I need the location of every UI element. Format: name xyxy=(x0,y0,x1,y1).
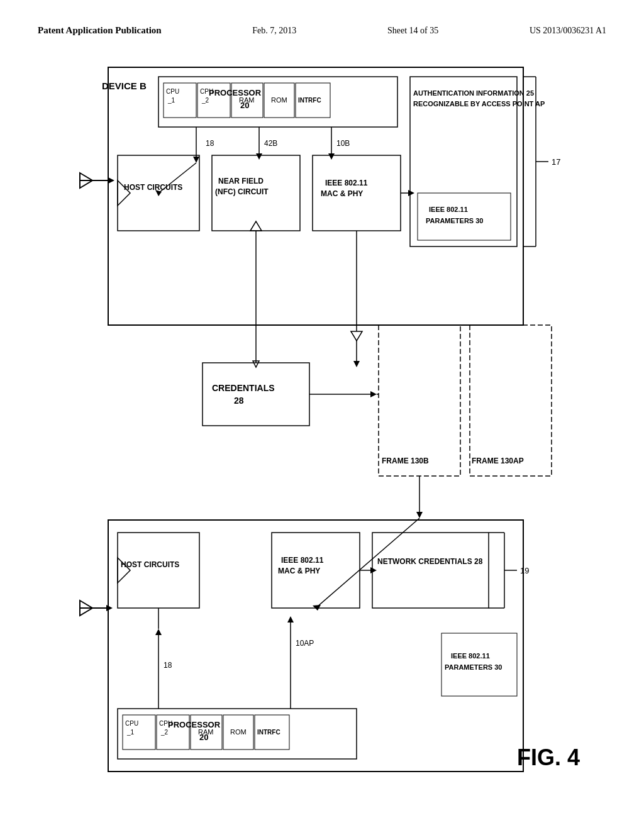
ieee-b-2: MAC & PHY xyxy=(321,189,363,198)
date-label: Feb. 7, 2013 xyxy=(252,26,296,36)
cpu1-hub: CPU xyxy=(125,720,138,727)
svg-rect-41 xyxy=(470,325,552,476)
svg-marker-39 xyxy=(353,361,360,367)
page-header: Patent Application Publication Feb. 7, 2… xyxy=(38,25,606,36)
cpu1-hub-num: _1 xyxy=(126,729,135,736)
publication-label: Patent Application Publication xyxy=(38,25,162,36)
svg-marker-37 xyxy=(351,331,362,341)
intrfc-hub: INTRFC xyxy=(257,729,280,736)
svg-marker-35 xyxy=(370,391,377,397)
ref-10b: 10B xyxy=(336,139,350,148)
svg-marker-44 xyxy=(416,512,423,518)
cpu2-b-num: _2 xyxy=(201,97,209,104)
ram-b: RAM xyxy=(239,96,254,104)
cpu2-hub-num: _2 xyxy=(160,729,169,736)
ref-42b: 42B xyxy=(264,139,277,148)
ref-18-hub: 18 xyxy=(164,661,172,670)
svg-marker-18 xyxy=(256,153,262,160)
ieee-hub-1: IEEE 802.11 xyxy=(281,556,324,565)
svg-marker-67 xyxy=(370,567,377,573)
ref-10ap: 10AP xyxy=(296,639,314,648)
figure-4-svg: DEVICE B PROCESSOR 20 CPU _1 CPU _2 RAM xyxy=(45,55,599,784)
credentials-label: CREDENTIALS xyxy=(212,383,275,393)
intrfc-b: INTRFC xyxy=(298,97,321,104)
auth-info1: AUTHENTICATION INFORMATION 25 xyxy=(413,89,534,97)
cpu1-b: CPU xyxy=(166,88,179,95)
cpu2-b: CPU xyxy=(200,88,213,95)
nfc-label2-b: (NFC) CIRCUIT xyxy=(215,187,269,196)
credentials-num: 28 xyxy=(234,396,244,406)
frame-130ap: FRAME 130AP xyxy=(472,456,524,465)
sheet-label: Sheet 14 of 35 xyxy=(387,26,438,36)
ieee-params-top-1: IEEE 802.11 xyxy=(429,206,468,213)
svg-rect-30 xyxy=(203,363,309,426)
cpu2-hub: CPU xyxy=(159,720,172,727)
cpu1-b-num: _1 xyxy=(167,97,175,104)
diagram-container: DEVICE B PROCESSOR 20 CPU _1 CPU _2 RAM xyxy=(45,55,599,784)
svg-rect-40 xyxy=(379,325,460,476)
rom-b: ROM xyxy=(271,96,287,104)
host-circuits-hub: HOST CIRCUITS xyxy=(121,560,179,569)
ref-19: 19 xyxy=(520,566,529,575)
rom-hub: ROM xyxy=(230,728,247,736)
svg-marker-47 xyxy=(106,605,113,611)
svg-marker-13 xyxy=(193,157,199,163)
page: Patent Application Publication Feb. 7, 2… xyxy=(0,0,644,830)
ieee-b-1: IEEE 802.11 xyxy=(325,179,368,187)
ieee-params-top-2: PARAMETERS 30 xyxy=(426,217,483,224)
host-circuits-b: HOST CIRCUITS xyxy=(124,183,182,192)
svg-marker-29 xyxy=(408,190,414,196)
network-creds-label: NETWORK CREDENTIALS 28 xyxy=(377,557,483,566)
auth-info2: RECOGNIZABLE BY ACCESS POINT AP xyxy=(413,100,545,108)
ram-hub: RAM xyxy=(198,728,213,736)
ref-17: 17 xyxy=(552,157,560,167)
ieee-hub-2: MAC & PHY xyxy=(278,567,320,575)
ieee-params-hub-2: PARAMETERS 30 xyxy=(445,663,502,671)
svg-marker-2 xyxy=(108,177,114,184)
ref-18-b: 18 xyxy=(206,139,214,148)
device-b-label: DEVICE B xyxy=(102,80,147,91)
ieee-params-hub-1: IEEE 802.11 xyxy=(451,652,490,660)
svg-marker-33 xyxy=(250,221,262,231)
hub-device-label: HUB DEVICE AP/GO xyxy=(45,577,47,655)
frame-130b: FRAME 130B xyxy=(382,456,429,465)
svg-marker-58 xyxy=(155,629,162,635)
svg-marker-62 xyxy=(287,616,294,622)
nfc-label1-b: NEAR FIELD xyxy=(218,177,264,185)
patent-number: US 2013/0036231 A1 xyxy=(530,26,606,36)
svg-marker-21 xyxy=(328,153,335,160)
figure-label: FIG. 4 xyxy=(517,744,580,770)
